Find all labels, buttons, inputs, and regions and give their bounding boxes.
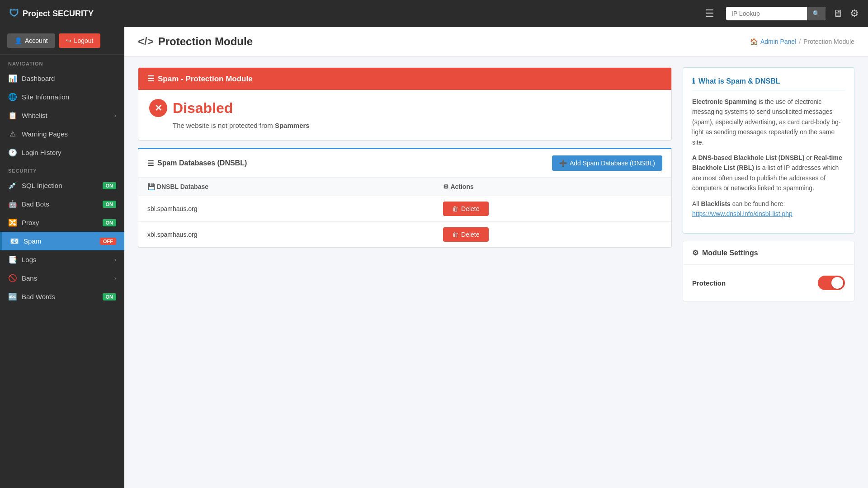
bots-icon: 🤖 (8, 200, 17, 208)
history-icon: 🕐 (8, 148, 17, 157)
page-title-text: Protection Module (158, 35, 253, 48)
sidebar-item-label: Logs (22, 256, 110, 263)
site-info-icon: 🌐 (8, 93, 17, 101)
shield-icon: 🛡 (9, 8, 19, 19)
sidebar-item-spam[interactable]: 📧 Spam OFF (0, 232, 124, 250)
topbar-right: 🖥 ⚙ (833, 8, 859, 19)
sidebar-item-proxy[interactable]: 🔀 Proxy ON (0, 213, 124, 232)
sidebar-item-login-history[interactable]: 🕐 Login History (0, 143, 124, 162)
trash-icon: 🗑 (452, 231, 458, 238)
hamburger-button[interactable]: ☰ (701, 6, 719, 21)
nav-section-label: NAVIGATION (0, 55, 124, 69)
sidebar-item-label: Site Information (22, 93, 116, 101)
info-title-text: What is Spam & DNSBL (698, 77, 780, 85)
dashboard-icon: 📊 (8, 74, 17, 83)
info-para-1: Electronic Spamming is the use of electr… (692, 97, 845, 147)
info-icon: ℹ (692, 77, 695, 85)
page-title: </> Protection Module (138, 35, 253, 48)
sidebar-item-label: Proxy (22, 219, 98, 226)
sidebar-item-warning-pages[interactable]: ⚠ Warning Pages (0, 125, 124, 143)
delete-button[interactable]: 🗑 Delete (443, 227, 488, 242)
module-card-header: ☰ Spam - Protection Module (138, 68, 671, 90)
sidebar-item-site-information[interactable]: 🌐 Site Information (0, 88, 124, 106)
protection-toggle[interactable] (818, 276, 845, 290)
add-spam-database-button[interactable]: ➕ Add Spam Database (DNSBL) (552, 155, 662, 171)
sidebar-item-label: Bans (22, 274, 110, 282)
delete-label: Delete (461, 205, 479, 212)
all-text: All (692, 200, 701, 207)
dnsbl-card: ☰ Spam Databases (DNSBL) ➕ Add Spam Data… (138, 148, 672, 248)
bad-words-icon: 🔤 (8, 292, 17, 301)
settings-button[interactable]: ⚙ (850, 8, 859, 19)
sidebar-item-sql-injection[interactable]: 💉 SQL Injection ON (0, 176, 124, 195)
settings-card-body: Protection (683, 265, 854, 301)
main-layout: 👤 Account ↪ Logout NAVIGATION 📊 Dashboar… (0, 27, 868, 488)
breadcrumb-separator: / (799, 38, 801, 45)
x-circle-icon: ✕ (149, 99, 167, 117)
disabled-title: ✕ Disabled (149, 99, 660, 117)
delete-button[interactable]: 🗑 Delete (443, 202, 488, 216)
plus-icon: ➕ (559, 160, 567, 167)
col-database: 💾 DNSBL Database (138, 178, 434, 196)
info-card-title: ℹ What is Spam & DNSBL (692, 77, 845, 90)
warning-icon: ⚠ (8, 130, 17, 138)
info-bold-dnsbl: A DNS-based Blackhole List (DNSBL) (692, 154, 804, 161)
db-header-icon: 💾 (147, 183, 155, 190)
action-cell: 🗑 Delete (434, 196, 671, 222)
admin-panel-link[interactable]: Admin Panel (760, 38, 796, 45)
logout-button[interactable]: ↪ Logout (59, 33, 101, 48)
dnsbl-card-header: ☰ Spam Databases (DNSBL) ➕ Add Spam Data… (138, 149, 671, 178)
module-header-text: Spam - Protection Module (158, 75, 253, 84)
sidebar-item-logs[interactable]: 📑 Logs › (0, 250, 124, 269)
found-here: can be found here: (732, 200, 785, 207)
db-cell: xbl.spamhaus.org (138, 222, 434, 248)
module-header-icon: ☰ (147, 74, 154, 84)
protection-setting-row: Protection (692, 272, 845, 294)
delete-label: Delete (461, 231, 479, 238)
sidebar-item-label: SQL Injection (22, 182, 98, 189)
sidebar-item-label: Bad Bots (22, 200, 98, 208)
sidebar-item-bad-bots[interactable]: 🤖 Bad Bots ON (0, 195, 124, 213)
user-actions: 👤 Account ↪ Logout (0, 27, 124, 55)
sidebar: 👤 Account ↪ Logout NAVIGATION 📊 Dashboar… (0, 27, 124, 488)
blacklists-bold: Blacklists (701, 200, 730, 207)
dnsbl-link[interactable]: https://www.dnsbl.info/dnsbl-list.php (692, 210, 793, 217)
status-badge: ON (103, 219, 117, 226)
info-bold-1: Electronic Spamming (692, 98, 757, 105)
search-input[interactable] (726, 7, 807, 20)
content-area: </> Protection Module 🏠 Admin Panel / Pr… (124, 27, 868, 488)
col-database-label: DNSBL Database (157, 183, 208, 190)
add-spam-label: Add Spam Database (DNSBL) (570, 160, 655, 167)
security-section-label: SECURITY (0, 162, 124, 176)
module-card: ☰ Spam - Protection Module ✕ Disabled Th… (138, 67, 672, 141)
sidebar-item-bans[interactable]: 🚫 Bans › (0, 269, 124, 287)
settings-icon: ⚙ (692, 249, 698, 257)
table-row: sbl.spamhaus.org 🗑 Delete (138, 196, 671, 222)
settings-card-title: ⚙ Module Settings (683, 241, 854, 265)
db-cell: sbl.spamhaus.org (138, 196, 434, 222)
chevron-right-icon: › (114, 257, 116, 263)
col-actions-label: Actions (450, 183, 473, 190)
monitor-button[interactable]: 🖥 (833, 8, 843, 19)
account-button[interactable]: 👤 Account (7, 33, 55, 48)
logout-icon: ↪ (66, 37, 71, 44)
protection-label: Protection (692, 279, 726, 287)
trash-icon: 🗑 (452, 205, 458, 212)
status-badge: ON (103, 293, 117, 300)
sidebar-item-bad-words[interactable]: 🔤 Bad Words ON (0, 287, 124, 306)
sidebar-item-label: Warning Pages (22, 130, 116, 138)
info-para-2: A DNS-based Blackhole List (DNSBL) or Re… (692, 153, 845, 193)
disabled-description: The website is not protected from Spamme… (173, 122, 660, 129)
whitelist-icon: 📋 (8, 111, 17, 120)
col-actions: ⚙ Actions (434, 178, 671, 196)
sidebar-item-dashboard[interactable]: 📊 Dashboard (0, 69, 124, 88)
sidebar-item-whitelist[interactable]: 📋 Whitelist › (0, 106, 124, 125)
main-column: ☰ Spam - Protection Module ✕ Disabled Th… (138, 67, 672, 477)
dnsbl-title-text: Spam Databases (DNSBL) (157, 159, 247, 167)
desc-prefix: The website is not protected from (173, 122, 273, 129)
search-button[interactable]: 🔍 (807, 7, 826, 20)
code-icon: </> (138, 35, 154, 48)
side-column: ℹ What is Spam & DNSBL Electronic Spammi… (683, 67, 854, 477)
status-badge: ON (103, 182, 117, 189)
account-label: Account (25, 37, 48, 44)
